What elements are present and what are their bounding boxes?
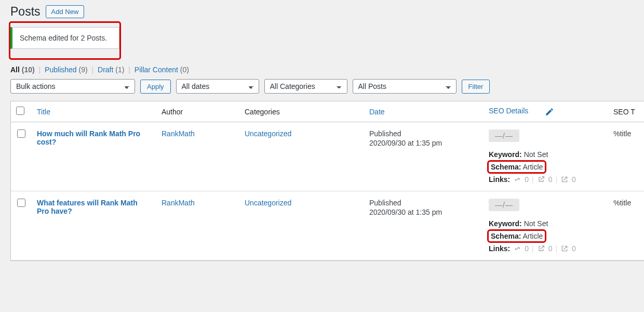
keyword-line: Keyword: Not Set — [489, 150, 603, 159]
links-label: Links: — [489, 244, 510, 253]
tab-all-count: (10) — [22, 66, 35, 74]
filter-button[interactable]: Filter — [462, 80, 490, 94]
links-incoming-count: 0 — [572, 244, 576, 253]
post-title-link[interactable]: What features will Rank Math Pro have? — [37, 199, 138, 215]
apply-button[interactable]: Apply — [140, 80, 171, 94]
tab-published-count: (9) — [79, 66, 88, 74]
tab-draft-count: (1) — [115, 66, 124, 74]
link-internal-icon — [513, 244, 521, 253]
schema-value: Article — [522, 163, 543, 171]
seo-score-badge: —/— — [489, 199, 519, 211]
tab-all-label: All — [10, 66, 20, 74]
seo-t-value: %title — [613, 129, 631, 138]
table-row: What features will Rank Math Pro have? R… — [11, 191, 644, 261]
tab-published[interactable]: Published (9) — [45, 66, 89, 74]
col-seo-details-label: SEO Details — [489, 107, 528, 115]
seo-score-badge: —/— — [489, 129, 519, 142]
tab-draft[interactable]: Draft (1) — [98, 66, 126, 74]
links-separator: | — [555, 244, 557, 253]
date-value: 2020/09/30 at 1:35 pm — [369, 208, 442, 216]
tab-pillar[interactable]: Pillar Content (0) — [135, 66, 189, 74]
links-external-count: 0 — [548, 244, 553, 253]
schema-line: Schema: Article — [489, 231, 603, 241]
col-title-header[interactable]: Title — [32, 101, 156, 122]
status-tabs: All (10) | Published (9) | Draft (1) | P… — [10, 66, 634, 74]
link-external-icon — [537, 244, 545, 253]
tab-separator: | — [92, 66, 94, 74]
select-all-checkbox[interactable] — [16, 107, 24, 115]
bulk-actions-select[interactable]: Bulk actions — [10, 79, 135, 94]
col-seo-details-header[interactable]: SEO Details — [484, 101, 608, 122]
keyword-line: Keyword: Not Set — [489, 219, 603, 228]
link-incoming-icon — [560, 244, 569, 253]
categories-filter-select[interactable]: All Categories — [264, 79, 347, 94]
schema-line: Schema: Article — [489, 162, 603, 172]
author-link[interactable]: RankMath — [162, 199, 195, 207]
table-row: How much will Rank Math Pro cost? RankMa… — [11, 122, 644, 191]
links-separator: | — [532, 175, 534, 184]
tab-separator: | — [39, 66, 41, 74]
schema-annotation: Schema: Article — [489, 162, 545, 172]
links-line: Links: 0 | 0 | 0 — [489, 175, 603, 184]
tab-pillar-count: (0) — [180, 66, 189, 74]
author-link[interactable]: RankMath — [162, 129, 195, 138]
posts-filter-select[interactable]: All Posts — [353, 79, 457, 94]
links-internal-count: 0 — [525, 244, 529, 253]
tab-separator: | — [128, 66, 130, 74]
keyword-value: Not Set — [524, 150, 548, 159]
col-date-header[interactable]: Date — [364, 101, 484, 122]
add-new-button[interactable]: Add New — [46, 5, 85, 18]
category-link[interactable]: Uncategorized — [245, 129, 291, 138]
links-incoming-count: 0 — [572, 175, 576, 184]
col-author-header: Author — [156, 101, 239, 122]
links-internal-count: 0 — [525, 175, 529, 184]
pencil-icon[interactable] — [545, 107, 554, 116]
tab-pillar-label: Pillar Content — [135, 66, 178, 74]
page-title: Posts — [10, 0, 41, 21]
schema-label: Schema: — [491, 163, 521, 171]
notice-annotation: Schema edited for 2 Posts. — [10, 23, 119, 58]
keyword-value: Not Set — [524, 219, 548, 228]
tab-draft-label: Draft — [98, 66, 113, 74]
date-status: Published — [369, 129, 478, 138]
col-categories-header: Categories — [239, 101, 364, 122]
date-value: 2020/09/30 at 1:35 pm — [369, 139, 442, 147]
col-seo-t-header: SEO T — [608, 101, 644, 122]
post-title-link[interactable]: How much will Rank Math Pro cost? — [37, 129, 140, 146]
links-label: Links: — [489, 175, 510, 184]
seo-t-value: %title — [613, 199, 631, 207]
date-status: Published — [369, 199, 478, 207]
links-line: Links: 0 | 0 | 0 — [489, 244, 603, 253]
posts-table: Title Author Categories Date SEO Details… — [10, 101, 644, 261]
row-checkbox[interactable] — [17, 199, 25, 207]
notice-success: Schema edited for 2 Posts. — [10, 27, 119, 49]
links-separator: | — [532, 244, 534, 253]
link-external-icon — [537, 175, 545, 184]
keyword-label: Keyword: — [489, 150, 522, 159]
links-separator: | — [555, 175, 557, 184]
schema-label: Schema: — [491, 232, 521, 240]
schema-value: Article — [522, 232, 543, 240]
keyword-label: Keyword: — [489, 219, 522, 228]
link-incoming-icon — [560, 175, 569, 184]
links-external-count: 0 — [548, 175, 553, 184]
link-internal-icon — [513, 175, 521, 184]
schema-annotation: Schema: Article — [489, 231, 545, 241]
row-checkbox[interactable] — [17, 129, 25, 138]
dates-filter-select[interactable]: All dates — [176, 79, 259, 94]
category-link[interactable]: Uncategorized — [245, 199, 291, 207]
tab-all[interactable]: All (10) — [10, 66, 37, 74]
tab-published-label: Published — [45, 66, 77, 74]
